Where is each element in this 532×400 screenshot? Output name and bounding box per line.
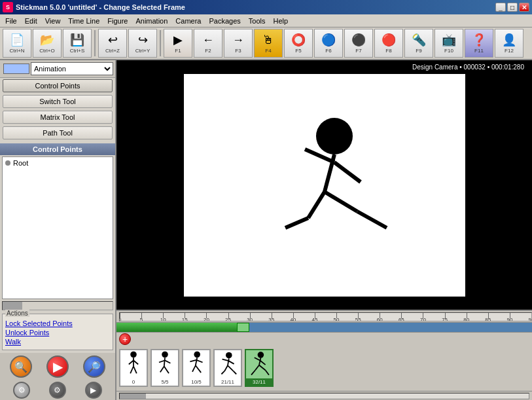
- close-button[interactable]: ✕: [519, 3, 529, 12]
- open-icon: 📂: [40, 33, 54, 47]
- control-points-list: Root: [2, 156, 113, 299]
- f3-icon: →: [232, 33, 244, 47]
- switch-tool-btn[interactable]: Switch Tool: [3, 95, 113, 108]
- h-scroll-track[interactable]: [119, 393, 529, 399]
- toolbar-f10[interactable]: 📺 F10: [434, 29, 463, 58]
- svg-point-20: [194, 352, 200, 358]
- svg-line-13: [133, 367, 137, 374]
- search-orange-btn[interactable]: 🔍: [10, 355, 32, 378]
- left-panel: Animation Pose Scene Control Points Swit…: [0, 60, 116, 400]
- frame-3-label: 21/11: [215, 378, 241, 386]
- svg-line-23: [196, 360, 203, 363]
- svg-line-7: [357, 211, 387, 228]
- maximize-button[interactable]: □: [507, 3, 518, 12]
- svg-line-28: [222, 359, 229, 361]
- add-frame-btn[interactable]: +: [119, 333, 131, 345]
- menu-timeline[interactable]: Time Line: [64, 16, 103, 26]
- svg-point-34: [258, 352, 264, 358]
- svg-line-24: [192, 365, 196, 372]
- menu-file[interactable]: File: [1, 16, 21, 26]
- unlock-points-link[interactable]: Unlock Points: [5, 329, 110, 336]
- timeline-track[interactable]: [116, 323, 532, 332]
- f11-label: F11: [474, 48, 484, 54]
- bottom-scrollbar[interactable]: [116, 391, 532, 400]
- control-points-btn[interactable]: Control Points: [3, 79, 113, 92]
- svg-point-14: [162, 352, 168, 358]
- toolbar-f11[interactable]: ❓ F11: [465, 29, 493, 58]
- nav-dark-btn[interactable]: ⚙: [49, 382, 66, 399]
- right-area: Design Camera • 000032 • 000:01:280: [116, 60, 532, 400]
- f5-icon: ⭕: [291, 33, 306, 47]
- toolbar-save[interactable]: 💾 Ctrl+S: [63, 29, 92, 58]
- toolbar-f6[interactable]: 🔵 F6: [314, 29, 343, 58]
- minimize-button[interactable]: _: [495, 3, 506, 12]
- toolbar-f4[interactable]: 🖱 F4: [254, 29, 283, 58]
- mode-dropdown[interactable]: Animation Pose Scene: [31, 62, 113, 75]
- frame-4-active[interactable]: 32/11: [245, 349, 274, 387]
- menu-camera[interactable]: Camera: [171, 16, 205, 26]
- svg-line-25: [196, 365, 201, 373]
- frames-strip: 0 5/5: [116, 345, 532, 391]
- play2-dark-btn[interactable]: ▶: [85, 382, 102, 399]
- cp-item-root[interactable]: Root: [4, 158, 111, 168]
- toolbar-f9[interactable]: 🔦 F9: [404, 29, 433, 58]
- track-playhead-indicator: [237, 323, 249, 332]
- toolbar-open[interactable]: 📂 Ctrl+O: [33, 29, 62, 58]
- menu-packages[interactable]: Packages: [205, 16, 244, 26]
- toolbar-f1[interactable]: ▶ F1: [164, 29, 192, 58]
- cp-horizontal-scrollbar[interactable]: [2, 301, 113, 310]
- save-label: Ctrl+S: [70, 48, 84, 54]
- toolbar-redo[interactable]: ↪ Ctrl+Y: [128, 29, 157, 58]
- f10-icon: 📺: [442, 33, 456, 47]
- matrix-tool-btn[interactable]: Matrix Tool: [3, 111, 113, 124]
- toolbar-f3[interactable]: → F3: [224, 29, 253, 58]
- menu-help[interactable]: Help: [269, 16, 292, 26]
- toolbar: 📄 Ctrl+N 📂 Ctrl+O 💾 Ctrl+S ↩ Ctrl+Z ↪ Ct…: [0, 27, 532, 60]
- menu-view[interactable]: View: [41, 16, 65, 26]
- svg-line-18: [160, 367, 164, 373]
- f6-icon: 🔵: [321, 33, 336, 47]
- menu-tools[interactable]: Tools: [245, 16, 270, 26]
- app-icon: S: [3, 2, 13, 12]
- toolbar-f12[interactable]: 👤 F12: [495, 29, 523, 58]
- path-tool-btn[interactable]: Path Tool: [3, 126, 113, 139]
- walk-link[interactable]: Walk: [5, 338, 110, 346]
- frame-4-label: 32/11: [246, 378, 272, 386]
- h-scroll-thumb[interactable]: [120, 393, 146, 399]
- add-row: +: [116, 332, 532, 345]
- color-indicator: [3, 64, 29, 74]
- toolbar-f5[interactable]: ⭕ F5: [284, 29, 313, 58]
- zoom-blue-btn[interactable]: 🔎: [83, 355, 105, 378]
- toolbar-f8[interactable]: 🔴 F8: [374, 29, 403, 58]
- f1-label: F1: [175, 48, 181, 54]
- menu-figure[interactable]: Figure: [103, 16, 132, 26]
- settings-gray-btn[interactable]: ⚙: [13, 382, 30, 399]
- f7-icon: ⚫: [351, 33, 366, 47]
- svg-line-31: [221, 371, 224, 374]
- bottom-left-row2: ⚙ ⚙ ▶: [0, 380, 115, 400]
- frame-1[interactable]: 5/5: [151, 349, 179, 387]
- svg-line-38: [255, 365, 259, 371]
- toolbar-undo[interactable]: ↩ Ctrl+Z: [98, 29, 127, 58]
- redo-label: Ctrl+Y: [135, 48, 150, 54]
- timeline-area: 05101520253035404550556065707580859095 +: [116, 310, 532, 400]
- actions-title: Actions: [5, 310, 29, 317]
- new-label: Ctrl+N: [10, 48, 25, 54]
- svg-line-27: [228, 359, 229, 366]
- toolbar-f2[interactable]: ← F2: [194, 29, 222, 58]
- frame-0[interactable]: 0: [119, 349, 148, 387]
- frame-2[interactable]: 10/5: [182, 349, 211, 387]
- frame-3[interactable]: 21/11: [213, 349, 242, 387]
- f12-label: F12: [505, 48, 514, 54]
- cp-label-root: Root: [13, 159, 28, 167]
- ruler-track[interactable]: 05101520253035404550556065707580859095: [119, 312, 532, 321]
- toolbar-f7[interactable]: ⚫ F7: [344, 29, 373, 58]
- menu-animation[interactable]: Animation: [132, 16, 171, 26]
- menu-edit[interactable]: Edit: [21, 16, 41, 26]
- f11-icon: ❓: [472, 33, 486, 47]
- toolbar-new[interactable]: 📄 Ctrl+N: [3, 29, 31, 58]
- mode-selector-row: Animation Pose Scene: [0, 60, 115, 78]
- lock-selected-points-link[interactable]: Lock Selected Points: [5, 319, 110, 327]
- play-red-btn[interactable]: ▶: [46, 355, 69, 378]
- redo-icon: ↪: [138, 33, 148, 47]
